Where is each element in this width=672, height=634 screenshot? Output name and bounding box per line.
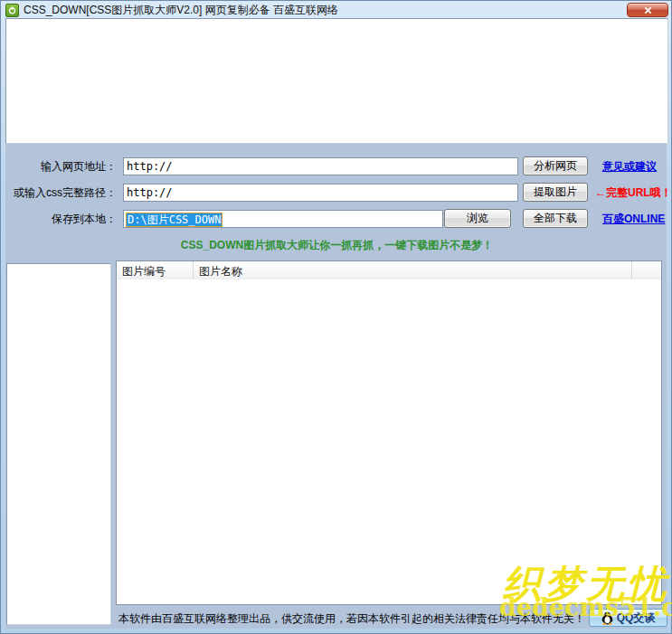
qq-chat-label: QQ交谈 [617, 610, 656, 626]
close-icon [644, 6, 652, 14]
disclaimer-text: 本软件由百盛互联网络整理出品，供交流使用，若因本软件引起的相关法律责任均与本软件… [118, 611, 589, 627]
side-panel [6, 263, 111, 625]
image-list: 图片编号 图片名称 [116, 260, 662, 605]
title-bar: CSS_DOWN[CSS图片抓取大师V2.0] 网页复制必备 百盛互联网络 [2, 2, 670, 18]
close-button[interactable] [627, 3, 668, 17]
window-frame: CSS_DOWN[CSS图片抓取大师V2.0] 网页复制必备 百盛互联网络 输入… [0, 0, 672, 634]
download-all-button[interactable]: 全部下载 [523, 209, 588, 228]
client-area: 输入网页地址： http:// 分析网页 意见或建议 或输入css完整路径： h… [5, 18, 667, 629]
save-path-row: 保存到本地： D:\图片CSS_DOWN 浏览 全部下载 百盛ONLINE [5, 209, 668, 229]
column-header-image-id[interactable]: 图片编号 [117, 261, 194, 279]
qq-chat-button[interactable]: QQ交谈 [589, 609, 667, 627]
list-header: 图片编号 图片名称 [117, 261, 661, 280]
browse-button[interactable]: 浏览 [444, 209, 511, 228]
url-row: 输入网页地址： http:// 分析网页 意见或建议 [5, 156, 668, 176]
column-header-empty [632, 261, 661, 279]
full-url-note: ←完整URL哦！ [595, 185, 672, 201]
selected-text: D:\图片CSS_DOWN [127, 213, 222, 226]
tagline: CSS_DOWN图片抓取大师让你一抓再抓，一键下载图片不是梦！ [5, 238, 668, 253]
analyze-button[interactable]: 分析网页 [523, 156, 588, 175]
css-path-input[interactable]: http:// [123, 184, 518, 202]
online-link[interactable]: 百盛ONLINE [602, 212, 665, 227]
column-header-image-name[interactable]: 图片名称 [194, 261, 632, 279]
css-path-label: 或输入css完整路径： [5, 185, 117, 201]
app-power-icon [5, 4, 19, 17]
url-input[interactable]: http:// [123, 157, 518, 175]
qq-penguin-icon [601, 611, 613, 625]
css-path-row: 或输入css完整路径： http:// 提取图片 ←完整URL哦！ [5, 183, 668, 203]
window-title: CSS_DOWN[CSS图片抓取大师V2.0] 网页复制必备 百盛互联网络 [24, 3, 338, 18]
preview-panel [5, 18, 668, 144]
save-path-input[interactable]: D:\图片CSS_DOWN [123, 210, 443, 228]
feedback-link[interactable]: 意见或建议 [602, 159, 657, 175]
extract-button[interactable]: 提取图片 [523, 183, 588, 202]
list-body[interactable] [117, 279, 661, 604]
url-label: 输入网页地址： [5, 159, 117, 175]
save-path-label: 保存到本地： [5, 212, 117, 227]
